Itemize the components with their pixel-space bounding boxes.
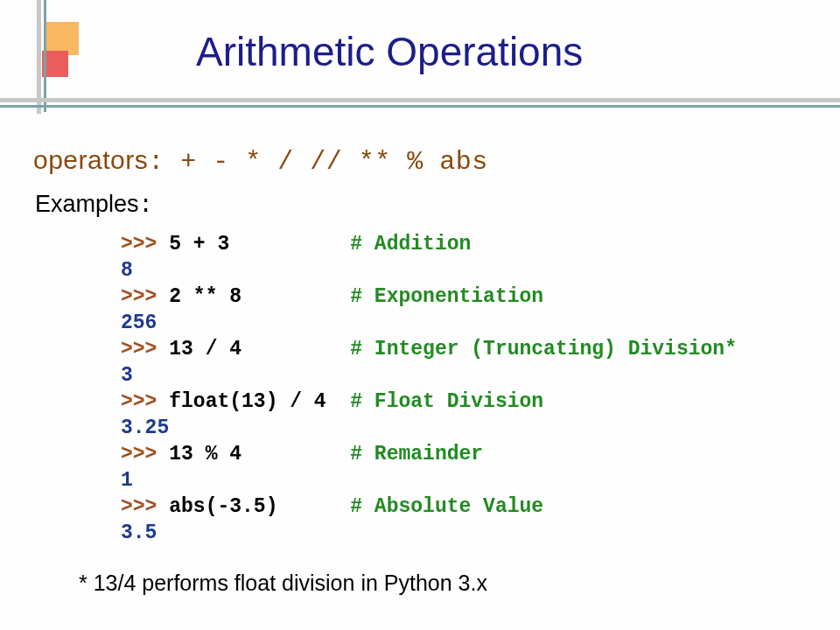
code-expr: 2 ** 8 <box>169 285 350 308</box>
code-prompt: >>> <box>121 390 169 413</box>
code-expr: abs(-3.5) <box>169 495 350 518</box>
examples-colon: : <box>139 192 153 219</box>
code-result: 8 <box>121 259 133 282</box>
code-comment: # Absolute Value <box>350 495 543 518</box>
deco-horizontal-teal-line <box>0 105 840 108</box>
code-prompt: >>> <box>121 443 169 466</box>
footnote: * 13/4 performs float division in Python… <box>79 570 487 596</box>
code-comment: # Integer (Truncating) Division* <box>350 338 737 360</box>
deco-vertical-gray-line <box>37 0 41 114</box>
code-comment: # Addition <box>350 233 471 256</box>
code-prompt: >>> <box>121 338 169 360</box>
examples-label: Examples: <box>35 191 153 219</box>
code-result: 256 <box>121 312 157 334</box>
deco-vertical-teal-line <box>44 0 46 112</box>
code-comment: # Float Division <box>350 390 543 413</box>
code-expr: 5 + 3 <box>169 233 350 256</box>
code-expr: 13 / 4 <box>169 338 350 360</box>
operators-line: operators: + - * / // ** % abs <box>33 145 488 177</box>
code-comment: # Remainder <box>350 443 483 466</box>
operators-label: operators <box>33 145 148 174</box>
code-prompt: >>> <box>121 285 169 308</box>
code-result: 1 <box>121 469 133 492</box>
slide-title: Arithmetic Operations <box>196 28 583 75</box>
code-result: 3.25 <box>121 416 169 439</box>
operators-symbols: : + - * / // ** % abs <box>148 147 488 177</box>
code-result: 3.5 <box>121 522 157 544</box>
code-expr: float(13) / 4 <box>169 390 350 413</box>
examples-text: Examples <box>35 191 139 217</box>
code-expr: 13 % 4 <box>169 443 350 466</box>
code-prompt: >>> <box>121 233 169 256</box>
code-prompt: >>> <box>121 495 169 518</box>
code-comment: # Exponentiation <box>350 285 543 308</box>
deco-horizontal-gray-line <box>0 98 840 102</box>
code-block: >>> 5 + 3 # Addition 8 >>> 2 ** 8 # Expo… <box>121 231 737 546</box>
code-result: 3 <box>121 364 133 387</box>
